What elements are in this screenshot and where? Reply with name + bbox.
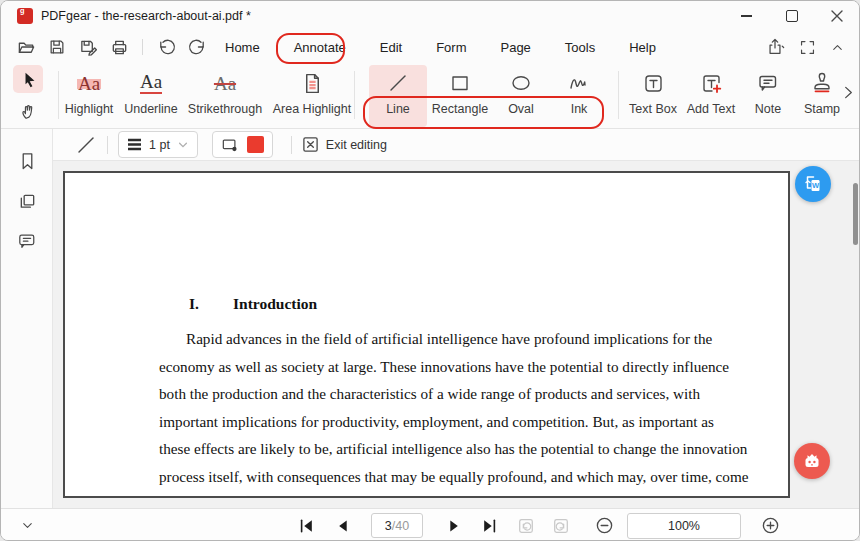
bookmark-icon: [18, 151, 37, 171]
pdfgear-logo-icon: [17, 8, 33, 24]
oval-icon: [493, 65, 549, 101]
heading-title: Introduction: [233, 295, 317, 312]
paragraph: Rapid advances in the field of artificia…: [159, 325, 784, 498]
note-icon: [741, 65, 795, 101]
thickness-icon: [127, 138, 142, 151]
share-icon[interactable]: [765, 38, 785, 56]
tool-rectangle[interactable]: Rectangle: [427, 65, 493, 127]
fullscreen-icon[interactable]: [799, 39, 816, 56]
menu-annotate[interactable]: Annotate: [290, 36, 350, 59]
divider: [142, 39, 143, 55]
undo-icon[interactable]: [155, 36, 177, 58]
menu-help[interactable]: Help: [625, 36, 660, 59]
zoom-out-button[interactable]: [591, 509, 617, 541]
tool-note[interactable]: Note: [741, 65, 795, 127]
ai-assistant-robot-icon: [801, 450, 823, 472]
exit-editing-button[interactable]: Exit editing: [302, 136, 387, 153]
tool-ink[interactable]: Ink: [551, 65, 607, 127]
tool-oval[interactable]: Oval: [493, 65, 549, 127]
open-file-icon[interactable]: [15, 36, 37, 58]
more-tools-icon[interactable]: [842, 85, 855, 100]
statusbar: 3/40 100%: [1, 508, 859, 541]
titlebar: PDFgear - the-research-about-ai.pdf *: [1, 1, 859, 31]
menu-page[interactable]: Page: [496, 36, 534, 59]
tool-stamp[interactable]: Stamp: [795, 65, 849, 127]
svg-text:W: W: [812, 181, 820, 190]
chevron-down-icon: [177, 139, 189, 151]
comments-icon: [17, 232, 37, 250]
color-swatch-red: [247, 136, 264, 153]
area-highlight-icon: [259, 65, 365, 101]
ai-assistant-button[interactable]: [794, 443, 830, 479]
print-icon[interactable]: [108, 36, 130, 58]
first-page-button[interactable]: [293, 509, 319, 541]
tool-add-text[interactable]: Add Text: [679, 65, 743, 127]
thumbnails-panel-button[interactable]: [1, 181, 53, 221]
tool-area-highlight[interactable]: Area Highlight: [259, 65, 365, 127]
document-viewport[interactable]: I.Introduction Rapid advances in the fie…: [53, 161, 860, 508]
divider: [354, 71, 355, 119]
rotate-left-icon[interactable]: [513, 509, 539, 541]
add-text-icon: [679, 65, 743, 101]
collapse-sidebar-icon[interactable]: [15, 509, 39, 541]
redo-icon[interactable]: [186, 36, 208, 58]
menubar: Home Annotate Edit Form Page Tools Help: [1, 31, 859, 63]
total-pages: /40: [392, 519, 409, 533]
text-box-icon: [621, 65, 685, 101]
exit-editing-label: Exit editing: [326, 138, 387, 152]
convert-to-word-icon: W: [802, 173, 824, 195]
maximize-button[interactable]: [769, 1, 814, 31]
comments-panel-button[interactable]: [1, 221, 53, 261]
menu-edit[interactable]: Edit: [376, 36, 406, 59]
bookmarks-panel-button[interactable]: [1, 141, 53, 181]
minimize-button[interactable]: [724, 1, 769, 31]
menu-home[interactable]: Home: [221, 36, 264, 59]
close-box-icon: [302, 136, 319, 153]
section-heading: I.Introduction: [189, 295, 317, 313]
line-thickness-dropdown[interactable]: 1 pt: [118, 131, 198, 158]
page-number-input[interactable]: 3/40: [371, 513, 423, 538]
paragraph-line: economy as well as society at large. The…: [159, 353, 784, 381]
hand-tool-button[interactable]: [13, 97, 43, 125]
ink-icon: [551, 65, 607, 101]
rotate-right-icon[interactable]: [548, 509, 574, 541]
divider: [618, 71, 619, 119]
next-page-button[interactable]: [441, 509, 467, 541]
tool-line[interactable]: Line: [369, 65, 427, 127]
paragraph-line: process itself, with consequences that m…: [159, 463, 784, 491]
tool-text-box[interactable]: Text Box: [621, 65, 685, 127]
rectangle-icon: [427, 65, 493, 101]
divider: [291, 136, 292, 154]
close-button[interactable]: [814, 1, 859, 31]
menu-tabs: Home Annotate Edit Form Page Tools Help: [221, 36, 660, 59]
paragraph-line: important implications for productivity,…: [159, 408, 784, 436]
border-color-icon: [221, 137, 239, 153]
line-icon: [369, 65, 427, 101]
current-page: 3: [385, 519, 392, 533]
save-icon[interactable]: [46, 36, 68, 58]
save-as-icon[interactable]: [77, 36, 99, 58]
pdfgear-window: PDFgear - the-research-about-ai.pdf *: [0, 0, 860, 541]
paragraph-line: both the production and the characterist…: [159, 380, 784, 408]
pdf-page[interactable]: I.Introduction Rapid advances in the fie…: [63, 171, 790, 498]
select-tool-button[interactable]: [13, 65, 43, 93]
paragraph-line: these effects are likely to be, artifici…: [159, 435, 784, 463]
window-title: PDFgear - the-research-about-ai.pdf *: [41, 9, 251, 23]
paragraph-line: Rapid advances in the field of artificia…: [159, 325, 784, 353]
thickness-value: 1 pt: [149, 138, 170, 152]
menu-tools[interactable]: Tools: [561, 36, 599, 59]
convert-to-word-button[interactable]: W: [795, 166, 831, 202]
paragraph-line: to dominate the direct effect: [159, 490, 784, 498]
menu-form[interactable]: Form: [432, 36, 470, 59]
collapse-ribbon-icon[interactable]: [830, 40, 845, 55]
stamp-icon: [795, 65, 849, 101]
last-page-button[interactable]: [476, 509, 502, 541]
zoom-level-value: 100%: [668, 519, 700, 533]
left-sidebar: [1, 129, 53, 508]
vertical-scrollbar[interactable]: [852, 161, 858, 508]
scrollbar-thumb[interactable]: [853, 183, 858, 245]
previous-page-button[interactable]: [329, 509, 355, 541]
zoom-level-input[interactable]: 100%: [627, 513, 741, 539]
line-color-picker[interactable]: [212, 131, 273, 158]
zoom-in-button[interactable]: [757, 509, 783, 541]
